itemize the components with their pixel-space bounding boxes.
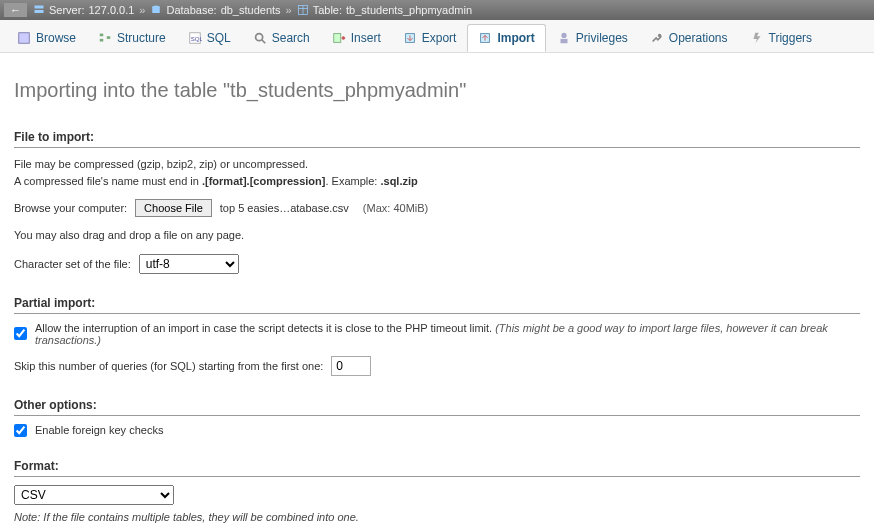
fk-label: Enable foreign key checks [35,424,163,436]
search-icon [253,31,267,45]
svg-rect-1 [35,10,44,13]
charset-select[interactable]: utf-8 [139,254,239,274]
tab-export[interactable]: Export [392,24,468,52]
breadcrumb-server-label: Server: [49,4,84,16]
drag-drop-text: You may also drag and drop a file on any… [14,227,860,244]
partial-import-section: Partial import: Allow the interruption o… [14,296,860,376]
file-help1: File may be compressed (gzip, bzip2, zip… [14,156,860,173]
charset-row: Character set of the file: utf-8 [14,254,860,274]
breadcrumb-table-label: Table: [313,4,342,16]
svg-point-13 [255,34,262,41]
insert-icon [332,31,346,45]
other-options-section: Other options: Enable foreign key checks [14,398,860,437]
page-title: Importing into the table "tb_students_ph… [14,79,860,102]
breadcrumb-table[interactable]: Table: tb_students_phpmyadmin [297,4,472,16]
server-icon [33,4,45,16]
tab-browse[interactable]: Browse [6,24,87,52]
tab-import[interactable]: Import [467,24,545,52]
format-section-header: Format: [14,459,860,477]
tab-insert[interactable]: Insert [321,24,392,52]
content: Importing into the table "tb_students_ph… [0,53,874,531]
svg-rect-7 [19,33,30,44]
skip-label: Skip this number of queries (for SQL) st… [14,360,323,372]
browse-label: Browse your computer: [14,202,127,214]
svg-line-14 [261,40,265,44]
breadcrumb-server-value: 127.0.0.1 [88,4,134,16]
breadcrumb-bar: ← Server: 127.0.0.1 » Database: db_stude… [0,0,874,20]
svg-text:SQL: SQL [190,35,201,42]
svg-rect-9 [100,39,104,42]
import-icon [478,31,492,45]
breadcrumb-sep: » [139,4,145,16]
format-section: Format: CSV Note: If the file contains m… [14,459,860,523]
tab-structure[interactable]: Structure [87,24,177,52]
table-icon [297,4,309,16]
format-select[interactable]: CSV [14,485,174,505]
interrupt-label: Allow the interruption of an import in c… [35,322,860,346]
breadcrumb-db-label: Database: [166,4,216,16]
privileges-icon [557,31,571,45]
breadcrumb-table-value: tb_students_phpmyadmin [346,4,472,16]
svg-rect-10 [107,36,111,39]
tab-triggers[interactable]: Triggers [739,24,824,52]
chosen-file-name: top 5 easies…atabase.csv [220,202,349,214]
svg-rect-19 [560,39,567,43]
svg-rect-3 [153,7,161,13]
format-note: Note: If the file contains multiple tabl… [14,511,860,523]
file-section-header: File to import: [14,130,860,148]
breadcrumb-database[interactable]: Database: db_students [150,4,280,16]
fk-checkbox[interactable] [14,424,27,437]
tab-sql[interactable]: SQLSQL [177,24,242,52]
browse-icon [17,31,31,45]
other-section-header: Other options: [14,398,860,416]
tab-search[interactable]: Search [242,24,321,52]
breadcrumb-server[interactable]: Server: 127.0.0.1 [33,4,134,16]
database-icon [150,4,162,16]
choose-file-button[interactable]: Choose File [135,199,212,217]
svg-rect-8 [100,34,104,37]
back-button[interactable]: ← [4,3,27,17]
skip-input[interactable] [331,356,371,376]
fk-row: Enable foreign key checks [14,424,860,437]
interrupt-checkbox[interactable] [14,327,27,340]
triggers-icon [750,31,764,45]
svg-rect-15 [334,34,341,43]
partial-section-header: Partial import: [14,296,860,314]
sql-icon: SQL [188,31,202,45]
file-help2: A compressed file's name must end in .[f… [14,173,860,190]
browse-row: Browse your computer: Choose File top 5 … [14,199,860,217]
tab-privileges[interactable]: Privileges [546,24,639,52]
export-icon [403,31,417,45]
charset-label: Character set of the file: [14,258,131,270]
tab-operations[interactable]: Operations [639,24,739,52]
svg-point-20 [658,34,662,38]
max-size: (Max: 40MiB) [363,202,428,214]
breadcrumb-sep: » [286,4,292,16]
skip-row: Skip this number of queries (for SQL) st… [14,356,860,376]
interrupt-row: Allow the interruption of an import in c… [14,322,860,346]
breadcrumb-db-value: db_students [221,4,281,16]
svg-point-18 [561,33,566,38]
structure-icon [98,31,112,45]
tabs: Browse Structure SQLSQL Search Insert Ex… [0,20,874,53]
svg-rect-0 [35,6,44,9]
operations-icon [650,31,664,45]
file-import-section: File to import: File may be compressed (… [14,130,860,274]
